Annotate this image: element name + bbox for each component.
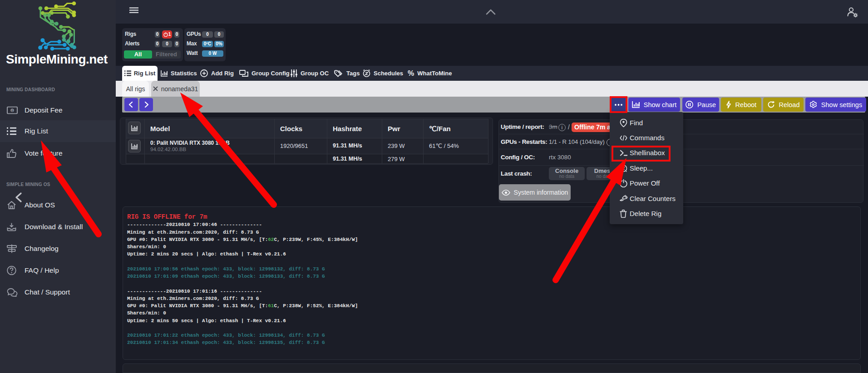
svg-text:0: 0 <box>11 109 13 112</box>
